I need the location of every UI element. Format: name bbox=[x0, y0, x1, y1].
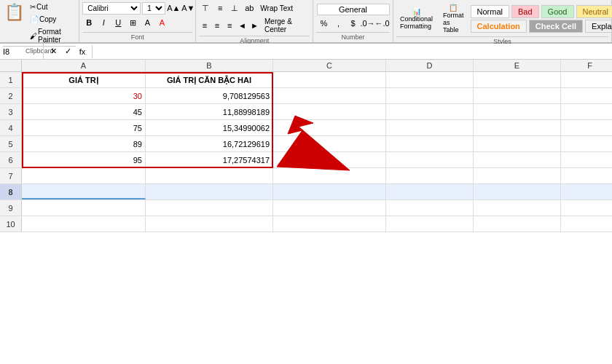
currency-button[interactable]: $ bbox=[347, 17, 360, 30]
col-header-f[interactable]: F bbox=[561, 60, 612, 71]
cell-e2[interactable] bbox=[474, 88, 561, 103]
cell-a9[interactable] bbox=[22, 200, 146, 215]
cell-a10[interactable] bbox=[22, 216, 146, 232]
cell-b6[interactable]: 17,27574317 bbox=[146, 152, 273, 167]
format-painter-button[interactable]: 🖌 Format Painter bbox=[27, 26, 76, 45]
font-size-select[interactable]: 11 bbox=[142, 2, 165, 15]
cell-f4[interactable] bbox=[561, 120, 612, 135]
cell-a5[interactable]: 89 bbox=[22, 136, 146, 151]
align-middle-button[interactable]: ≡ bbox=[213, 1, 227, 15]
align-right-button[interactable]: ≡ bbox=[224, 19, 235, 32]
cell-f8[interactable] bbox=[561, 184, 612, 199]
align-top-button[interactable]: ⊤ bbox=[199, 1, 212, 15]
cell-c2[interactable] bbox=[273, 88, 386, 103]
fill-color-button[interactable]: A bbox=[141, 16, 154, 29]
indent-decrease-button[interactable]: ◄ bbox=[237, 19, 248, 32]
row-num-6[interactable]: 6 bbox=[0, 152, 22, 167]
cell-a1[interactable]: GIÁ TRỊ bbox=[22, 72, 146, 87]
explanatory-style[interactable]: Explanatory... bbox=[585, 20, 612, 33]
row-num-9[interactable]: 9 bbox=[0, 200, 22, 215]
cell-b10[interactable] bbox=[146, 216, 273, 232]
cell-c8[interactable] bbox=[273, 184, 386, 199]
cell-f3[interactable] bbox=[561, 104, 612, 119]
merge-center-button[interactable]: Merge & Center bbox=[262, 16, 310, 35]
cell-f2[interactable] bbox=[561, 88, 612, 103]
row-num-1[interactable]: 1 bbox=[0, 72, 22, 87]
decrease-font-button[interactable]: A▼ bbox=[181, 1, 195, 15]
paste-button[interactable]: 📋 bbox=[3, 1, 26, 45]
cell-b3[interactable]: 11,88998189 bbox=[146, 104, 273, 119]
cell-e5[interactable] bbox=[474, 136, 561, 151]
cell-c5[interactable] bbox=[273, 136, 386, 151]
col-header-d[interactable]: D bbox=[386, 60, 474, 71]
border-button[interactable]: ⊞ bbox=[126, 16, 139, 29]
cell-e3[interactable] bbox=[474, 104, 561, 119]
bad-style[interactable]: Bad bbox=[511, 5, 539, 18]
col-header-e[interactable]: E bbox=[474, 60, 561, 71]
decimal-increase-button[interactable]: .0→ bbox=[361, 17, 374, 30]
cut-button[interactable]: ✂ Cut bbox=[27, 1, 76, 12]
conditional-formatting-button[interactable]: 📊 ConditionalFormatting bbox=[396, 5, 436, 32]
cell-b2[interactable]: 9,708129563 bbox=[146, 88, 273, 103]
font-color-button[interactable]: A bbox=[155, 16, 168, 29]
orientation-button[interactable]: ab bbox=[243, 1, 256, 15]
cell-d8[interactable] bbox=[386, 184, 474, 199]
decimal-decrease-button[interactable]: ←.0 bbox=[376, 17, 389, 30]
cell-a4[interactable]: 75 bbox=[22, 120, 146, 135]
col-header-c[interactable]: C bbox=[273, 60, 386, 71]
cell-a7[interactable] bbox=[22, 168, 146, 183]
row-num-3[interactable]: 3 bbox=[0, 104, 22, 119]
align-left-button[interactable]: ≡ bbox=[199, 19, 210, 32]
row-num-10[interactable]: 10 bbox=[0, 216, 22, 232]
insert-function-icon[interactable]: fx bbox=[76, 45, 89, 58]
format-as-table-button[interactable]: 📋 Format asTable bbox=[439, 1, 468, 36]
bold-button[interactable]: B bbox=[82, 16, 95, 29]
copy-button[interactable]: 📄 Copy bbox=[27, 14, 76, 25]
align-bottom-button[interactable]: ⊥ bbox=[228, 1, 241, 15]
cell-c4[interactable] bbox=[273, 120, 386, 135]
font-name-select[interactable]: Calibri bbox=[82, 2, 141, 15]
cell-c6[interactable] bbox=[273, 152, 386, 167]
good-style[interactable]: Good bbox=[541, 5, 574, 18]
cell-c7[interactable] bbox=[273, 168, 386, 183]
cell-e7[interactable] bbox=[474, 168, 561, 183]
cell-d7[interactable] bbox=[386, 168, 474, 183]
cell-d10[interactable] bbox=[386, 216, 474, 232]
cancel-formula-icon[interactable]: ✕ bbox=[47, 45, 60, 58]
cell-d4[interactable] bbox=[386, 120, 474, 135]
cell-e6[interactable] bbox=[474, 152, 561, 167]
cell-e1[interactable] bbox=[474, 72, 561, 87]
cell-b9[interactable] bbox=[146, 200, 273, 215]
wrap-text-button[interactable]: Wrap Text bbox=[257, 3, 296, 14]
name-box[interactable]: I8 bbox=[0, 44, 44, 59]
underline-button[interactable]: U bbox=[111, 16, 125, 29]
cell-c3[interactable] bbox=[273, 104, 386, 119]
col-header-a[interactable]: A bbox=[22, 60, 146, 71]
row-num-8[interactable]: 8 bbox=[0, 184, 22, 199]
increase-font-button[interactable]: A▲ bbox=[167, 1, 180, 15]
cell-d5[interactable] bbox=[386, 136, 474, 151]
align-center-button[interactable]: ≡ bbox=[211, 19, 222, 32]
cell-f10[interactable] bbox=[561, 216, 612, 232]
cell-b5[interactable]: 16,72129619 bbox=[146, 136, 273, 151]
cell-f7[interactable] bbox=[561, 168, 612, 183]
confirm-formula-icon[interactable]: ✓ bbox=[61, 45, 74, 58]
cell-b1[interactable]: GIÁ TRỊ CĂN BẬC HAI bbox=[146, 72, 273, 87]
percent-button[interactable]: % bbox=[318, 17, 331, 30]
calculation-style[interactable]: Calculation bbox=[471, 20, 527, 33]
cell-f9[interactable] bbox=[561, 200, 612, 215]
normal-style[interactable]: Normal bbox=[471, 5, 509, 18]
cell-c1[interactable] bbox=[273, 72, 386, 87]
cell-c10[interactable] bbox=[273, 216, 386, 232]
cell-b7[interactable] bbox=[146, 168, 273, 183]
cell-f5[interactable] bbox=[561, 136, 612, 151]
col-header-b[interactable]: B bbox=[146, 60, 273, 71]
cell-a8[interactable] bbox=[22, 184, 146, 199]
row-num-7[interactable]: 7 bbox=[0, 168, 22, 183]
cell-d1[interactable] bbox=[386, 72, 474, 87]
number-format-select[interactable]: General bbox=[317, 4, 390, 15]
comma-button[interactable]: , bbox=[332, 17, 345, 30]
cell-d3[interactable] bbox=[386, 104, 474, 119]
cell-e9[interactable] bbox=[474, 200, 561, 215]
cell-d6[interactable] bbox=[386, 152, 474, 167]
